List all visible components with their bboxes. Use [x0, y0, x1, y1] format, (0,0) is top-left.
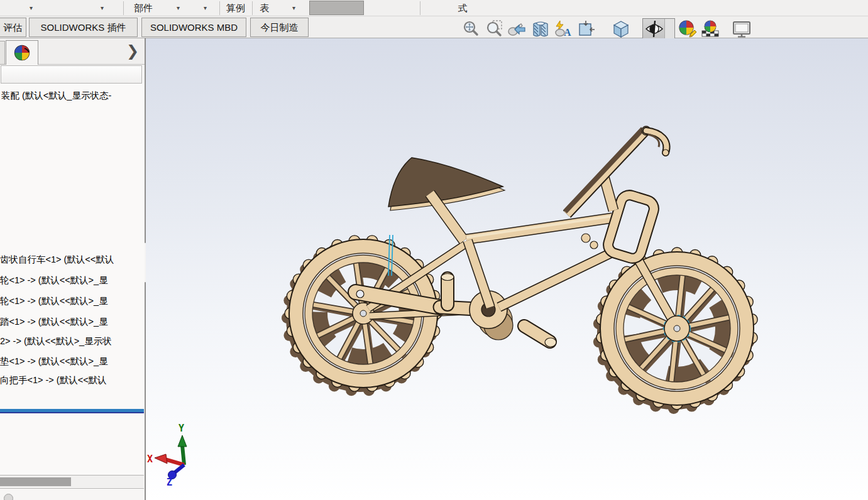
- panel-collapse-arrow-icon[interactable]: ❯: [124, 41, 141, 61]
- hide-show-items-icon[interactable]: [644, 19, 664, 38]
- appearance-ball-icon: [14, 45, 30, 61]
- solidworks-window: ▾ ▾ 部件 ▾ ▾ 算例 表 ▾ 式 评估 SOLIDWORKS 插件 SOL…: [0, 0, 868, 500]
- motion-icon[interactable]: [4, 494, 13, 500]
- zoom-to-fit-icon[interactable]: [461, 19, 481, 38]
- panel-tab-strip: ❯: [0, 38, 145, 65]
- panel-bottom-strip: [0, 488, 144, 500]
- wooden-bicycle-model[interactable]: [146, 38, 868, 500]
- tab-solidworks-mbd[interactable]: SOLIDWORKS MBD: [141, 18, 246, 37]
- tab-evaluate[interactable]: 评估: [0, 18, 26, 37]
- triad-y-label: Y: [179, 423, 184, 434]
- tab-today-manufacturing[interactable]: 今日制造: [250, 18, 309, 37]
- menu-button-table[interactable]: 表: [255, 1, 275, 15]
- dropdown-caret-icon[interactable]: ▾: [204, 4, 207, 13]
- reference-triad: Y X Z: [146, 415, 221, 500]
- menu-button-study[interactable]: 算例: [222, 1, 250, 15]
- graphics-viewport[interactable]: Y X Z: [146, 38, 868, 500]
- panel-horizontal-scrollbar[interactable]: [0, 475, 144, 487]
- display-style-icon[interactable]: [611, 19, 631, 38]
- menu-button-shi[interactable]: 式: [453, 1, 472, 15]
- tree-item-seat-pad[interactable]: 垫<1> -> (默认<<默认>_显: [0, 356, 145, 368]
- menu-toolbar: ▾ ▾ 部件 ▾ ▾ 算例 表 ▾ 式: [0, 0, 868, 16]
- panel-tab-displaymanager[interactable]: [6, 40, 38, 65]
- edit-appearance-icon[interactable]: [678, 19, 698, 38]
- triad-z-label: Z: [167, 477, 172, 488]
- tree-item-bicycle[interactable]: 齿状自行车<1> (默认<<默认: [0, 254, 145, 266]
- triad-x-label: X: [147, 454, 153, 465]
- toolbar-separator: [123, 1, 124, 15]
- view-settings-icon[interactable]: [731, 19, 751, 38]
- tab-solidworks-addins[interactable]: SOLIDWORKS 插件: [29, 18, 138, 37]
- toolbar-separator: [219, 1, 220, 15]
- tree-item-wheel-2[interactable]: 轮<1> -> (默认<<默认>_显: [0, 295, 145, 308]
- view-orientation-icon[interactable]: [576, 19, 596, 38]
- svg-text:A: A: [564, 27, 571, 38]
- assembly-root-node[interactable]: 装配 (默认<默认_显示状态-: [1, 90, 145, 102]
- panel-header-box[interactable]: [1, 65, 142, 84]
- tree-item-handlebar[interactable]: 向把手<1> -> (默认<<默认: [0, 374, 145, 387]
- apply-scene-icon[interactable]: [700, 19, 720, 38]
- dropdown-caret-icon[interactable]: ▾: [30, 4, 33, 13]
- feature-manager-panel: ❯ 装配 (默认<默认_显示状态- 齿状自行车<1> (默认<<默认 轮<1> …: [0, 38, 145, 500]
- commandmanager-tab-row: 评估 SOLIDWORKS 插件 SOLIDWORKS MBD 今日制造 A ▾…: [0, 16, 868, 38]
- menu-button-component[interactable]: 部件: [129, 1, 157, 15]
- dropdown-caret-icon[interactable]: ▾: [177, 4, 180, 13]
- hide-show-caret-cell[interactable]: [664, 19, 674, 39]
- dropdown-caret-icon[interactable]: ▾: [292, 4, 295, 13]
- panel-tab-stub[interactable]: [0, 41, 5, 65]
- section-view-icon[interactable]: [530, 19, 550, 38]
- zoom-to-area-icon[interactable]: [484, 19, 504, 38]
- scrollbar-thumb[interactable]: [0, 477, 71, 486]
- pressed-toolbar-button[interactable]: [309, 1, 364, 15]
- dropdown-caret-icon[interactable]: ▾: [101, 4, 104, 13]
- rollback-bar[interactable]: [0, 409, 144, 413]
- toolbar-separator: [420, 1, 420, 15]
- toolbar-separator: [252, 1, 253, 15]
- tree-item-pedal[interactable]: 踏<1> -> (默认<<默认>_显: [0, 316, 145, 329]
- dynamic-annotation-views-icon[interactable]: A: [553, 19, 573, 38]
- previous-view-icon[interactable]: [507, 19, 527, 38]
- tree-item-wheel-1[interactable]: 轮<1> -> (默认<<默认>_显: [0, 274, 145, 287]
- tree-item-instance-2[interactable]: 2> -> (默认<<默认>_显示状: [0, 335, 145, 348]
